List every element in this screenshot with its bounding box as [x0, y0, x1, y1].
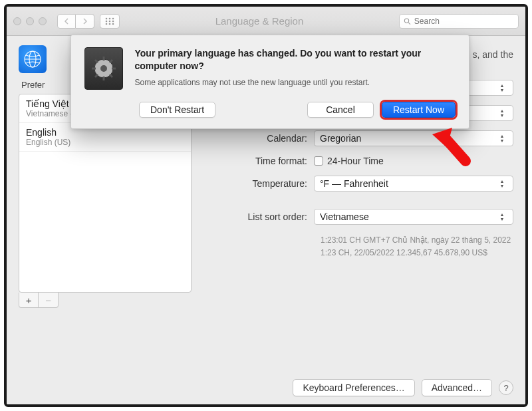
temperature-select[interactable]: °F — Fahrenheit ▲▼ [314, 176, 513, 192]
header-description-fragment: s, and the [473, 45, 514, 60]
svg-line-22 [110, 60, 112, 63]
help-icon: ? [503, 383, 508, 393]
restart-now-button[interactable]: Restart Now [382, 102, 456, 118]
zoom-window-icon[interactable] [39, 17, 47, 25]
svg-point-5 [112, 20, 114, 22]
svg-point-3 [106, 20, 108, 22]
svg-line-10 [408, 22, 410, 24]
cancel-button[interactable]: Cancel [307, 102, 374, 118]
list-sort-select[interactable]: Vietnamese ▲▼ [314, 209, 513, 225]
temperature-label: Temperature: [207, 178, 314, 189]
dont-restart-button[interactable]: Don't Restart [139, 102, 215, 118]
format-example: 1:23:01 CH GMT+7 Chủ Nhật, ngày 22 tháng… [321, 234, 513, 259]
svg-point-4 [109, 20, 111, 22]
svg-line-20 [95, 60, 98, 63]
plus-icon: + [26, 295, 32, 306]
stepper-icon: ▲▼ [497, 179, 507, 188]
temperature-value: °F — Fahrenheit [320, 178, 388, 189]
back-button[interactable] [57, 14, 76, 29]
svg-point-1 [109, 17, 111, 19]
window-toolbar: Language & Region [7, 7, 525, 36]
svg-point-7 [109, 23, 111, 25]
chevron-right-icon [82, 18, 88, 25]
close-window-icon[interactable] [13, 17, 21, 25]
advanced-button[interactable]: Advanced… [422, 379, 492, 396]
show-all-button[interactable] [100, 14, 120, 29]
svg-point-15 [100, 65, 107, 72]
globe-icon [19, 45, 47, 73]
chevron-left-icon [64, 18, 69, 25]
example-line-2: 1:23 CH, 22/05/2022 12.345,67 45.678,90 … [321, 247, 513, 259]
help-button[interactable]: ? [499, 380, 513, 395]
stepper-icon: ▲▼ [497, 83, 507, 92]
dialog-subtitle: Some applications may not use the new la… [135, 78, 456, 87]
window-title: Language & Region [125, 15, 394, 27]
calendar-select[interactable]: Gregorian ▲▼ [314, 130, 513, 146]
minus-icon: − [45, 295, 51, 306]
list-sort-value: Vietnamese [320, 211, 369, 222]
svg-line-21 [110, 74, 112, 77]
add-language-button[interactable]: + [19, 293, 39, 307]
remove-language-button[interactable]: − [39, 293, 58, 307]
svg-point-8 [112, 23, 114, 25]
search-icon [404, 17, 411, 25]
24hour-checkbox[interactable] [314, 156, 323, 166]
stepper-icon: ▲▼ [497, 134, 507, 143]
svg-point-2 [112, 17, 114, 19]
minimize-window-icon[interactable] [26, 17, 34, 25]
svg-line-23 [95, 74, 98, 77]
grid-icon [105, 17, 114, 25]
search-field[interactable] [399, 14, 519, 29]
keyboard-preferences-button[interactable]: Keyboard Preferences… [293, 379, 414, 396]
example-line-1: 1:23:01 CH GMT+7 Chủ Nhật, ngày 22 tháng… [321, 234, 513, 247]
svg-point-0 [106, 17, 108, 19]
calendar-value: Gregorian [320, 133, 361, 144]
dialog-title: Your primary language has changed. Do yo… [135, 47, 456, 72]
stepper-icon: ▲▼ [497, 108, 507, 118]
forward-button[interactable] [76, 14, 94, 29]
24hour-label: 24-Hour Time [327, 156, 384, 166]
traffic-lights [13, 17, 47, 25]
calendar-label: Calendar: [207, 133, 314, 144]
restart-dialog: Your primary language has changed. Do yo… [70, 35, 469, 129]
list-sort-label: List sort order: [207, 211, 314, 222]
language-sub: English (US) [26, 138, 184, 147]
time-format-label: Time format: [207, 156, 314, 166]
nav-segment [57, 14, 94, 29]
svg-point-6 [106, 23, 108, 25]
stepper-icon: ▲▼ [497, 212, 507, 221]
search-input[interactable] [414, 17, 514, 26]
system-preferences-icon [84, 47, 123, 90]
svg-point-9 [404, 18, 408, 22]
